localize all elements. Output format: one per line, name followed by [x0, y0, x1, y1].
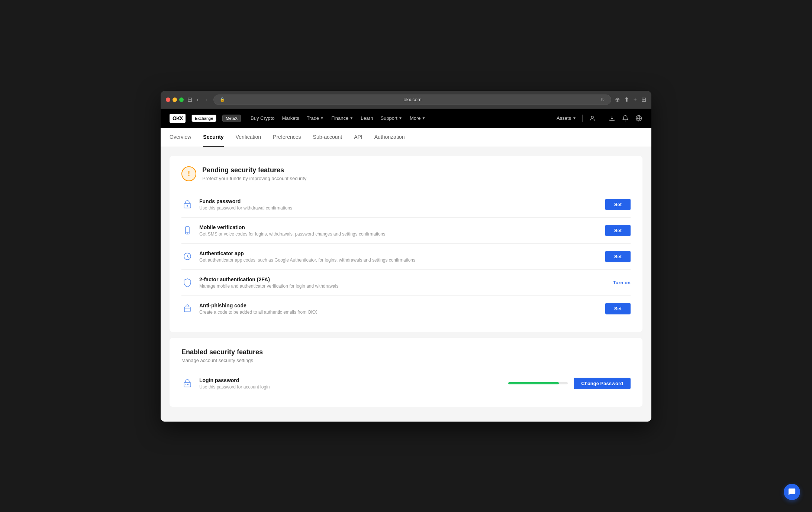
okx-logo-text: OKX: [170, 114, 186, 123]
support-dropdown-arrow: ▼: [399, 116, 402, 120]
anti-phishing-title: Anti-phishing code: [199, 303, 599, 308]
tab-sub-account[interactable]: Sub-account: [313, 128, 342, 147]
metax-badge[interactable]: MetaX: [222, 115, 241, 122]
new-tab-icon[interactable]: +: [634, 96, 637, 103]
change-password-button[interactable]: Change Password: [574, 378, 631, 389]
tab-authorization[interactable]: Authorization: [374, 128, 405, 147]
login-password-desc: Use this password for account login: [199, 384, 502, 390]
authenticator-app-set-button[interactable]: Set: [605, 251, 631, 262]
nav-back-btn[interactable]: ‹: [194, 95, 201, 105]
sub-navigation: Overview Security Verification Preferenc…: [161, 128, 651, 147]
warning-icon: !: [181, 166, 196, 181]
nav-learn[interactable]: Learn: [361, 115, 373, 121]
mobile-verification-icon: [181, 224, 193, 236]
sidebar-toggle-icon[interactable]: ⊟: [187, 96, 192, 103]
authenticator-app-title: Authenticator app: [199, 250, 599, 256]
nav-buy-crypto[interactable]: Buy Crypto: [251, 115, 274, 121]
assets-dropdown-arrow: ▼: [573, 116, 576, 120]
exchange-badge[interactable]: Exchange: [191, 115, 216, 122]
enabled-security-card: Enabled security features Manage account…: [170, 338, 642, 407]
assets-button[interactable]: Assets ▼: [557, 115, 576, 121]
mobile-verification-set-button[interactable]: Set: [605, 225, 631, 236]
globe-icon[interactable]: [635, 115, 642, 122]
mobile-verification-title: Mobile verification: [199, 224, 599, 230]
finance-dropdown-arrow: ▼: [349, 116, 353, 120]
header-divider: [582, 115, 583, 122]
more-dropdown-arrow: ▼: [422, 116, 426, 120]
enabled-subtitle: Manage account security settings: [181, 358, 631, 363]
grid-icon[interactable]: ⊞: [641, 96, 646, 103]
okx-logo: OKX: [170, 114, 186, 123]
authenticator-app-item: Authenticator app Get authenticator app …: [181, 244, 631, 270]
address-bar[interactable]: 🔒 okx.com ↻: [213, 95, 611, 105]
tab-api[interactable]: API: [354, 128, 362, 147]
svg-point-6: [187, 233, 188, 233]
enabled-title: Enabled security features: [181, 348, 631, 356]
pending-title: Pending security features: [202, 166, 306, 174]
anti-phishing-set-button[interactable]: Set: [605, 303, 631, 314]
header-divider-2: [602, 115, 602, 122]
nav-trade[interactable]: Trade ▼: [307, 115, 324, 121]
nav-forward-btn[interactable]: ›: [203, 95, 209, 105]
two-factor-auth-item: 2-factor authentication (2FA) Manage mob…: [181, 270, 631, 296]
tab-overview[interactable]: Overview: [170, 128, 191, 147]
lock-icon: 🔒: [220, 97, 225, 102]
svg-point-0: [591, 116, 593, 118]
download-icon[interactable]: [608, 115, 616, 122]
tab-security[interactable]: Security: [203, 128, 223, 147]
funds-password-title: Funds password: [199, 198, 599, 204]
mobile-verification-item: Mobile verification Get SMS or voice cod…: [181, 218, 631, 244]
refresh-icon[interactable]: ↻: [600, 97, 605, 103]
nav-support[interactable]: Support ▼: [380, 115, 402, 121]
password-strength-bar-container: [508, 382, 568, 384]
tab-preferences[interactable]: Preferences: [273, 128, 301, 147]
pending-subtitle: Protect your funds by improving account …: [202, 176, 306, 181]
anti-phishing-desc: Create a code to be added to all authent…: [199, 310, 599, 315]
password-strength-bar-fill: [508, 382, 559, 384]
traffic-lights: [166, 97, 184, 102]
two-factor-turnon-button[interactable]: Turn on: [613, 280, 631, 285]
svg-rect-8: [184, 307, 190, 312]
anti-phishing-item: Anti-phishing code Create a code to be a…: [181, 296, 631, 321]
mobile-verification-desc: Get SMS or voice codes for logins, withd…: [199, 231, 599, 237]
nav-more[interactable]: More ▼: [410, 115, 426, 121]
tab-verification[interactable]: Verification: [236, 128, 261, 147]
authenticator-app-desc: Get authenticator app codes, such as Goo…: [199, 257, 599, 263]
trade-dropdown-arrow: ▼: [320, 116, 324, 120]
two-factor-title: 2-factor authentication (2FA): [199, 276, 607, 282]
main-nav: Buy Crypto Markets Trade ▼ Finance ▼ Lea…: [251, 115, 551, 121]
funds-password-set-button[interactable]: Set: [605, 199, 631, 210]
share-icon[interactable]: ⬆: [624, 96, 629, 103]
two-factor-icon: [181, 276, 193, 288]
pending-security-card: ! Pending security features Protect your…: [170, 156, 642, 332]
authenticator-icon: [181, 250, 193, 262]
anti-phishing-icon: [181, 303, 193, 314]
two-factor-desc: Manage mobile and authenticator verifica…: [199, 284, 607, 289]
login-password-icon: [181, 377, 193, 389]
nav-finance[interactable]: Finance ▼: [331, 115, 353, 121]
bell-icon[interactable]: [622, 115, 629, 122]
svg-point-3: [187, 205, 188, 207]
funds-password-desc: Use this password for withdrawal confirm…: [199, 205, 599, 211]
user-icon[interactable]: [589, 115, 596, 122]
funds-password-item: Funds password Use this password for wit…: [181, 192, 631, 218]
login-password-item: Login password Use this password for acc…: [181, 371, 631, 396]
login-password-title: Login password: [199, 377, 502, 383]
funds-password-icon: [181, 198, 193, 210]
nav-markets[interactable]: Markets: [282, 115, 299, 121]
extensions-icon[interactable]: ⊕: [615, 96, 620, 103]
url-text: okx.com: [227, 97, 598, 102]
